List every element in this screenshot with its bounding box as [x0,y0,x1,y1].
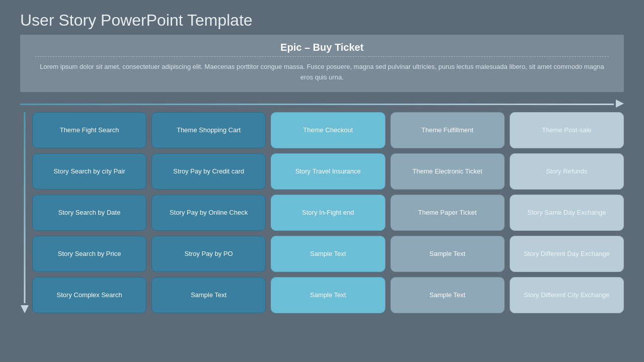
card-r2-c4[interactable]: Story Same Day Exchange [510,195,624,231]
card-r1-c2[interactable]: Story Travel Insurance [271,153,385,190]
card-r3-c0[interactable]: Story Search by Price [32,236,146,272]
card-r0-c0[interactable]: Theme Fight Search [32,112,146,148]
card-r2-c0[interactable]: Story Search by Date [32,195,146,231]
epic-box: Epic – Buy Ticket Lorem ipsum dolor sit … [20,35,624,92]
card-r3-c2[interactable]: Sample Text [271,236,385,272]
card-r2-c1[interactable]: Story Pay by Online Check [151,195,266,231]
card-r4-c0[interactable]: Story Complex Search [32,277,146,313]
card-r4-c1[interactable]: Sample Text [151,277,266,313]
card-r3-c4[interactable]: Story Different Day Exchange [510,236,624,272]
v-arrow [21,305,29,313]
swimlane-container: Theme Fight SearchTheme Shopping CartThe… [20,99,624,313]
epic-title: Epic – Buy Ticket [35,42,609,53]
epic-description: Lorem ipsum dolor sit amet, consectetuer… [35,62,609,83]
card-r2-c2[interactable]: Story In-Fight end [271,195,385,231]
h-line [20,104,614,105]
card-r1-c3[interactable]: Theme Electronic Ticket [390,153,505,190]
page-title: User Story PowerPoint Template [0,0,644,35]
card-r0-c4[interactable]: Theme Post-sale [510,112,624,148]
card-r2-c3[interactable]: Theme Paper Ticket [390,195,505,231]
card-r0-c3[interactable]: Theme Fulfillment [390,112,505,148]
h-arrow [616,100,624,108]
card-r0-c2[interactable]: Theme Checkout [271,112,385,148]
card-r4-c4[interactable]: Story Different City Exchange [510,277,624,313]
card-r1-c0[interactable]: Story Search by city Pair [32,153,146,190]
card-r3-c1[interactable]: Stroy Pay by PO [151,236,266,272]
vertical-axis [20,112,29,313]
card-grid: Theme Fight SearchTheme Shopping CartThe… [32,112,624,313]
grid-with-axis: Theme Fight SearchTheme Shopping CartThe… [20,112,624,313]
epic-divider [35,56,609,57]
card-r4-c3[interactable]: Sample Text [390,277,505,313]
card-r1-c1[interactable]: Stroy Pay by Credit card [151,153,266,190]
card-r3-c3[interactable]: Sample Text [390,236,505,272]
card-r1-c4[interactable]: Story Refunds [510,153,624,190]
card-r4-c2[interactable]: Sample Text [271,277,385,313]
horizontal-axis [20,99,624,108]
card-r0-c1[interactable]: Theme Shopping Cart [151,112,266,148]
v-line [24,112,26,303]
